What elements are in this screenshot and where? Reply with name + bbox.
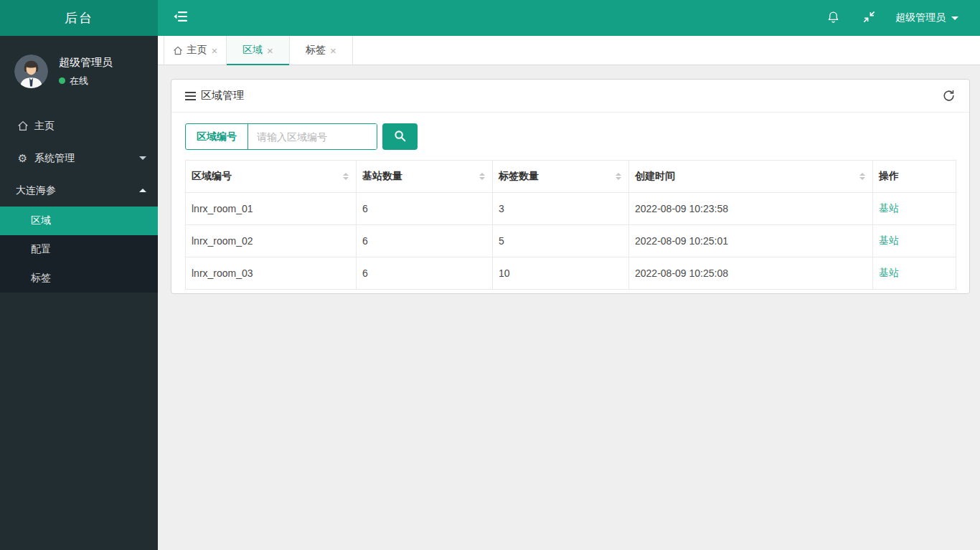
navbar-right: 超级管理员	[815, 0, 980, 36]
sidebar-submenu: 区域 配置 标签	[0, 207, 158, 293]
cell-actions: 基站	[873, 225, 956, 257]
close-icon[interactable]: ×	[267, 45, 273, 56]
sidebar-item-label: 配置	[31, 243, 51, 256]
cell-region: lnrx_room_01	[186, 193, 357, 225]
tab-label: 主页	[187, 44, 207, 57]
tab-tag[interactable]: 标签 ×	[290, 36, 353, 65]
sort-icon[interactable]	[479, 173, 485, 180]
user-info: 超级管理员 在线	[59, 56, 113, 87]
navbar: 超级管理员	[158, 0, 980, 36]
app-logo: 后台	[0, 0, 158, 36]
column-header-actions: 操作	[873, 161, 956, 193]
table-header-row: 区域编号 基站数量 标签数量	[186, 161, 956, 193]
cell-stations: 6	[357, 257, 493, 290]
sidebar-item-tag[interactable]: 标签	[0, 264, 158, 293]
notifications-button[interactable]	[815, 0, 851, 36]
chevron-down-icon	[951, 16, 958, 20]
panel-header: 区域管理	[171, 80, 969, 113]
cell-region: lnrx_room_03	[186, 257, 357, 290]
sidebar-item-system-management[interactable]: ⚙ 系统管理	[0, 142, 158, 174]
sidebar-item-home[interactable]: 主页	[0, 110, 158, 142]
sort-icon[interactable]	[859, 173, 865, 180]
sidebar: 超级管理员 在线 主页 ⚙ 系统管理 大连海参	[0, 36, 158, 550]
region-panel: 区域管理 区域编号	[171, 79, 970, 294]
column-header-created[interactable]: 创建时间	[629, 161, 873, 193]
search-field-label: 区域编号	[186, 124, 248, 149]
bell-icon	[826, 10, 840, 27]
search-icon	[394, 130, 406, 144]
cell-tags: 10	[493, 257, 629, 290]
table-row: lnrx_room_02 6 5 2022-08-09 10:25:01 基站	[186, 225, 956, 257]
user-status: 在线	[59, 75, 113, 87]
sidebar-item-dalian-haishen[interactable]: 大连海参	[0, 174, 158, 207]
cell-actions: 基站	[873, 193, 956, 225]
region-search-input[interactable]	[248, 124, 377, 149]
user-status-label: 在线	[70, 75, 88, 87]
search-input-group: 区域编号	[185, 123, 377, 150]
base-station-link[interactable]: 基站	[879, 202, 899, 214]
tab-label: 标签	[306, 44, 326, 57]
sort-icon[interactable]	[343, 173, 349, 180]
chevron-down-icon	[139, 156, 146, 160]
cell-created: 2022-08-09 10:25:08	[629, 257, 873, 290]
search-button[interactable]	[382, 123, 418, 150]
sidebar-item-region[interactable]: 区域	[0, 207, 158, 235]
main-area: 主页 × 区域 × 标签 × 区域管理	[158, 36, 980, 550]
panel-title: 区域管理	[201, 89, 244, 103]
sidebar-item-label: 区域	[31, 214, 51, 227]
cell-tags: 5	[493, 225, 629, 257]
panel-body: 区域编号	[171, 113, 969, 293]
search-row: 区域编号	[185, 123, 956, 150]
gear-icon: ⚙	[16, 153, 29, 163]
avatar	[14, 54, 48, 88]
list-icon	[185, 92, 196, 100]
cell-tags: 3	[493, 193, 629, 225]
base-station-link[interactable]: 基站	[879, 267, 899, 278]
refresh-button[interactable]	[942, 89, 956, 103]
sidebar-item-config[interactable]: 配置	[0, 235, 158, 264]
online-status-icon	[59, 77, 65, 84]
compress-icon	[862, 10, 876, 27]
column-header-tags[interactable]: 标签数量	[493, 161, 629, 193]
fullscreen-toggle-button[interactable]	[851, 0, 887, 36]
user-dropdown[interactable]: 超级管理员	[887, 0, 967, 36]
base-station-link[interactable]: 基站	[879, 234, 899, 246]
table-row: lnrx_room_01 6 3 2022-08-09 10:23:58 基站	[186, 193, 956, 225]
close-icon[interactable]: ×	[330, 45, 336, 56]
sidebar-menu: 主页 ⚙ 系统管理 大连海参 区域 配置 标签	[0, 110, 158, 293]
user-dropdown-label: 超级管理员	[895, 11, 946, 24]
content-area: 区域管理 区域编号	[158, 65, 980, 550]
top-bar: 后台	[0, 0, 980, 36]
sidebar-item-label: 主页	[34, 120, 55, 133]
cell-created: 2022-08-09 10:23:58	[629, 193, 873, 225]
sidebar-item-label: 大连海参	[16, 184, 56, 197]
chevron-up-icon	[139, 189, 146, 192]
sidebar-item-label: 标签	[31, 272, 51, 285]
cell-region: lnrx_room_02	[186, 225, 357, 257]
tab-region[interactable]: 区域 ×	[227, 36, 290, 65]
sidebar-item-label: 系统管理	[34, 152, 75, 165]
sidebar-user-panel: 超级管理员 在线	[0, 36, 158, 110]
region-table: 区域编号 基站数量 标签数量	[185, 160, 956, 290]
sidebar-toggle-icon	[174, 11, 188, 25]
cell-stations: 6	[357, 193, 493, 225]
sidebar-toggle-button[interactable]	[164, 0, 198, 36]
column-header-stations[interactable]: 基站数量	[357, 161, 493, 193]
cell-actions: 基站	[873, 257, 956, 290]
cell-stations: 6	[357, 225, 493, 257]
table-row: lnrx_room_03 6 10 2022-08-09 10:25:08 基站	[186, 257, 956, 290]
home-icon	[173, 46, 183, 55]
tab-bar: 主页 × 区域 × 标签 ×	[158, 36, 980, 65]
cell-created: 2022-08-09 10:25:01	[629, 225, 873, 257]
home-icon	[16, 120, 29, 131]
column-header-region[interactable]: 区域编号	[186, 161, 357, 193]
tab-home[interactable]: 主页 ×	[164, 36, 227, 65]
close-icon[interactable]: ×	[212, 45, 218, 56]
tab-label: 区域	[242, 44, 263, 57]
user-name: 超级管理员	[59, 56, 113, 70]
sort-icon[interactable]	[616, 173, 621, 180]
